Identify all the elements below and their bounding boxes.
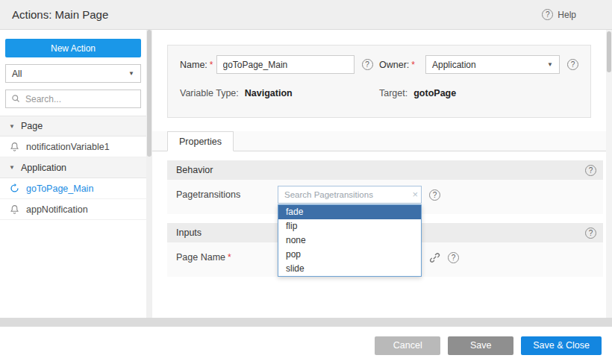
name-label: Name: [180, 60, 207, 70]
page-name-label: Page Name* [176, 252, 278, 263]
behavior-help-icon[interactable]: ? [585, 165, 596, 176]
required-asterisk: * [411, 60, 415, 70]
sidebar: New Action All ▼ ▼ Page [0, 30, 146, 318]
behavior-section: Behavior ? Pagetransitions × fade flip n… [167, 160, 603, 214]
pagetransitions-combobox: × fade flip none pop slide [278, 186, 422, 204]
new-action-button[interactable]: New Action [5, 39, 141, 57]
collapse-caret-icon: ▼ [9, 164, 15, 171]
name-help-icon[interactable]: ? [362, 59, 373, 70]
owner-select-value: Application [432, 60, 476, 70]
header: Actions: Main Page ? Help [0, 0, 612, 30]
tree-group-label: Application [21, 163, 66, 173]
sidebar-scrollbar-thumb[interactable] [147, 30, 152, 157]
collapse-caret-icon: ▼ [9, 123, 15, 130]
dropdown-option-none[interactable]: none [278, 233, 421, 248]
inputs-section-title: Inputs [176, 228, 202, 238]
required-asterisk: * [210, 60, 213, 70]
help-icon: ? [542, 9, 553, 20]
tree-group-label: Page [21, 121, 43, 131]
pagetransitions-label: Pagetransitions [176, 189, 278, 200]
behavior-section-body: Pagetransitions × fade flip none pop sli… [167, 180, 603, 214]
page-name-label-text: Page Name [176, 252, 225, 263]
required-asterisk: * [228, 252, 231, 263]
target-label: Target: [379, 88, 408, 98]
tree-item-appnotification[interactable]: appNotification [0, 199, 146, 220]
tree-item-label: appNotification [26, 204, 88, 215]
variable-type-group: Variable Type: Navigation [180, 88, 379, 98]
save-button[interactable]: Save [448, 336, 513, 355]
chevron-down-icon: ▼ [547, 61, 553, 68]
tree-item-gotopage-main[interactable]: goToPage_Main [0, 178, 146, 199]
footer: Cancel Save Save & Close [0, 327, 612, 364]
pagetransitions-search-input[interactable] [278, 186, 422, 204]
filter-select[interactable]: All ▼ [5, 64, 141, 83]
variable-summary-panel: Name: * ? Owner: * Application ▼ ? [167, 45, 591, 118]
filter-select-value: All [12, 69, 22, 79]
target-group: Target: gotoPage [379, 88, 578, 98]
cancel-button[interactable]: Cancel [375, 336, 440, 355]
save-close-button[interactable]: Save & Close [521, 336, 602, 355]
clear-icon[interactable]: × [412, 188, 418, 201]
help-label: Help [558, 10, 576, 20]
help-button[interactable]: ? Help [542, 9, 576, 20]
sidebar-search [5, 90, 141, 108]
target-value: gotoPage [413, 88, 456, 98]
name-input[interactable] [216, 55, 355, 74]
name-field-group: Name: * ? [180, 55, 379, 74]
tree-item-notificationvariable1[interactable]: notificationVariable1 [0, 136, 146, 157]
inputs-help-icon[interactable]: ? [585, 228, 596, 239]
owner-field-group: Owner: * Application ▼ ? [379, 55, 578, 74]
chevron-down-icon: ▼ [128, 70, 134, 77]
main-content: Name: * ? Owner: * Application ▼ ? [152, 30, 606, 318]
sidebar-search-input[interactable] [25, 94, 135, 104]
variable-type-label: Variable Type: [180, 88, 239, 98]
owner-select[interactable]: Application ▼ [425, 55, 560, 74]
actions-editor: Actions: Main Page ? Help New Action All… [0, 0, 612, 364]
main-scrollbar-thumb[interactable] [607, 31, 611, 72]
form-row-bottom: Variable Type: Navigation Target: gotoPa… [180, 88, 578, 98]
bind-link-icon[interactable] [429, 252, 440, 263]
behavior-section-header: Behavior ? [167, 160, 603, 180]
search-icon [11, 94, 21, 104]
variable-type-value: Navigation [245, 88, 293, 98]
dropdown-option-slide[interactable]: slide [278, 262, 421, 276]
tab-properties[interactable]: Properties [167, 131, 234, 151]
main-scrollbar [606, 30, 612, 318]
page-name-help-icon[interactable]: ? [448, 252, 459, 263]
sidebar-scrollbar [146, 30, 152, 318]
tree-group-page[interactable]: ▼ Page [0, 116, 146, 136]
dropdown-option-fade[interactable]: fade [278, 205, 421, 219]
owner-help-icon[interactable]: ? [567, 59, 578, 70]
tab-bar: Properties [152, 131, 606, 151]
owner-label: Owner: [379, 60, 409, 70]
dropdown-option-flip[interactable]: flip [278, 219, 421, 233]
form-row-top: Name: * ? Owner: * Application ▼ ? [180, 55, 578, 74]
pagetransitions-dropdown: fade flip none pop slide [278, 204, 422, 277]
tree-group-application[interactable]: ▼ Application [0, 157, 146, 178]
bell-icon [10, 142, 19, 151]
navigation-icon [10, 183, 19, 193]
pagetransitions-help-icon[interactable]: ? [429, 189, 440, 201]
tree-item-label: goToPage_Main [26, 183, 93, 194]
page-title: Actions: Main Page [12, 8, 108, 21]
dropdown-option-pop[interactable]: pop [278, 248, 421, 262]
behavior-section-title: Behavior [176, 165, 213, 175]
bell-icon [10, 204, 19, 214]
tree-item-label: notificationVariable1 [26, 142, 110, 152]
horizontal-scroll-track[interactable] [0, 318, 612, 327]
